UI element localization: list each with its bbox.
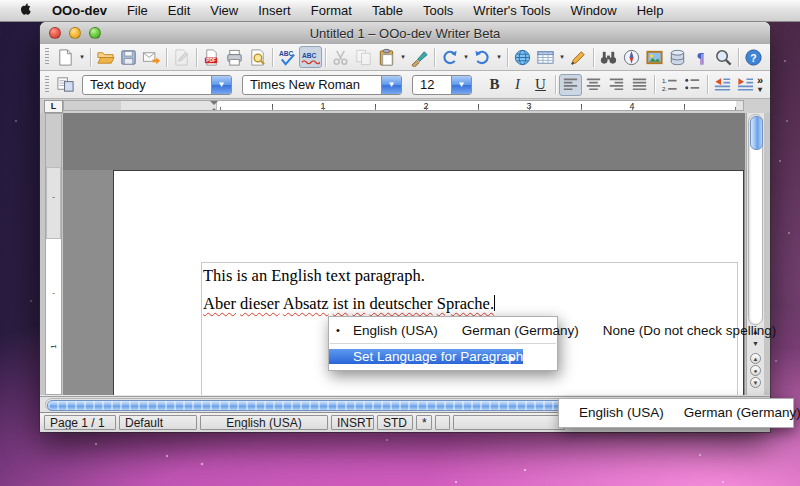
- paste-dropdown-arrow[interactable]: ▾: [398, 46, 408, 68]
- misspelled-word[interactable]: Absatz: [283, 294, 329, 313]
- apple-menu-icon[interactable]: [18, 3, 32, 18]
- underline-button[interactable]: U: [529, 74, 552, 96]
- insert-table-dropdown-arrow[interactable]: ▾: [557, 46, 567, 68]
- data-sources-button[interactable]: [666, 46, 689, 68]
- align-center-button[interactable]: [582, 74, 605, 96]
- hyperlink-button[interactable]: [511, 46, 534, 68]
- menubar-item-file[interactable]: File: [117, 3, 158, 18]
- navigation-button[interactable]: ●: [750, 365, 761, 376]
- undo-dropdown-arrow[interactable]: ▾: [461, 46, 471, 68]
- misspelled-word[interactable]: Aber: [203, 294, 236, 313]
- new-document-button[interactable]: [54, 46, 77, 68]
- toolbar-overflow[interactable]: » ▾: [757, 76, 766, 94]
- navigator-button[interactable]: [620, 46, 643, 68]
- italic-button[interactable]: I: [506, 74, 529, 96]
- mail-document-button[interactable]: [140, 46, 163, 68]
- open-button[interactable]: [94, 46, 117, 68]
- export-pdf-button[interactable]: [200, 46, 223, 68]
- vertical-scroll-track[interactable]: [748, 114, 763, 325]
- menubar-item-table[interactable]: Table: [362, 3, 413, 18]
- page-indicator[interactable]: Page 1 / 1: [44, 415, 116, 430]
- language-indicator[interactable]: English (USA): [200, 415, 328, 430]
- menubar-item-view[interactable]: View: [200, 3, 248, 18]
- page-style-indicator[interactable]: Default: [119, 415, 197, 430]
- status-cell-empty-1[interactable]: [435, 415, 450, 430]
- scroll-down-arrow[interactable]: ▼: [749, 339, 762, 349]
- spellcheck-button[interactable]: [276, 46, 299, 68]
- align-left-button[interactable]: [559, 74, 582, 96]
- print-button[interactable]: [223, 46, 246, 68]
- context-menu-item[interactable]: German (Germany): [438, 323, 579, 338]
- paragraph-style-combo[interactable]: Text body ▼: [82, 75, 232, 95]
- save-button[interactable]: [117, 46, 140, 68]
- font-name-dropdown-arrow[interactable]: ▼: [381, 76, 401, 94]
- formatting-marks-button[interactable]: [689, 46, 712, 68]
- misspelled-word[interactable]: in: [352, 294, 365, 313]
- font-size-dropdown-arrow[interactable]: ▼: [451, 76, 471, 94]
- misspelled-word[interactable]: dieser: [240, 294, 279, 313]
- next-page-button[interactable]: ▼: [750, 377, 761, 388]
- new-document-dropdown-arrow[interactable]: ▾: [77, 46, 87, 68]
- submenu-item[interactable]: German (Germany): [664, 405, 800, 420]
- paragraph-german[interactable]: Aber dieser Absatz ist in deutscher Spra…: [203, 294, 495, 314]
- justify-button[interactable]: [628, 74, 651, 96]
- redo-dropdown-arrow[interactable]: ▾: [494, 46, 504, 68]
- help-button[interactable]: [742, 46, 765, 68]
- submenu-item[interactable]: English (USA): [559, 405, 664, 420]
- format-paintbrush-icon: [410, 48, 429, 67]
- paragraph-english[interactable]: This is an English text paragraph.: [203, 266, 425, 286]
- menubar-item-format[interactable]: Format: [301, 3, 362, 18]
- styles-icon[interactable]: [54, 74, 77, 96]
- context-menu-item[interactable]: More...: [776, 323, 800, 338]
- redo-button[interactable]: [471, 46, 494, 68]
- zoom-button[interactable]: [712, 46, 735, 68]
- gallery-button[interactable]: [643, 46, 666, 68]
- numbered-list-button[interactable]: [658, 74, 681, 96]
- selection-mode-indicator[interactable]: STD: [377, 415, 413, 430]
- menubar-item-edit[interactable]: Edit: [158, 3, 200, 18]
- insert-mode-indicator[interactable]: INSRT: [331, 415, 374, 430]
- toolbar-grip-2[interactable]: [45, 76, 49, 94]
- paste-button[interactable]: [375, 46, 398, 68]
- vertical-ruler[interactable]: - - 1: [45, 113, 62, 395]
- menubar-item-insert[interactable]: Insert: [248, 3, 301, 18]
- horizontal-ruler[interactable]: 1234: [63, 100, 744, 111]
- misspelled-word[interactable]: Sprache.: [437, 294, 494, 313]
- format-paintbrush-button[interactable]: [408, 46, 431, 68]
- modified-indicator[interactable]: *: [416, 415, 432, 430]
- bullet-list-button[interactable]: [681, 74, 704, 96]
- set-language-for-paragraph-item[interactable]: Set Language for Paragraph▶: [329, 349, 523, 364]
- status-cell-empty-2[interactable]: [453, 415, 565, 430]
- misspelled-word[interactable]: deutscher: [369, 294, 432, 313]
- menubar-app-name[interactable]: OOo-dev: [42, 3, 117, 18]
- decrease-indent-button[interactable]: [711, 74, 734, 96]
- bold-button[interactable]: B: [483, 74, 506, 96]
- font-name-value: Times New Roman: [243, 77, 381, 92]
- undo-button[interactable]: [438, 46, 461, 68]
- paragraph-style-dropdown-arrow[interactable]: ▼: [211, 76, 231, 94]
- vertical-scroll-thumb[interactable]: [750, 116, 763, 150]
- menubar-item-writer-s-tools[interactable]: Writer's Tools: [463, 3, 560, 18]
- context-menu-item[interactable]: None (Do not check spelling): [579, 323, 776, 338]
- menubar-item-tools[interactable]: Tools: [413, 3, 463, 18]
- increase-indent-button[interactable]: [734, 74, 757, 96]
- font-size-combo[interactable]: 12 ▼: [412, 75, 472, 95]
- menubar-items: FileEditViewInsertFormatTableToolsWriter…: [117, 3, 674, 18]
- previous-page-button[interactable]: ▲: [750, 353, 761, 364]
- insert-table-button[interactable]: [534, 46, 557, 68]
- align-right-button[interactable]: [605, 74, 628, 96]
- page-preview-button[interactable]: [246, 46, 269, 68]
- auto-spellcheck-button[interactable]: [299, 46, 322, 68]
- tab-stop-selector[interactable]: L: [44, 100, 63, 113]
- misspelled-word[interactable]: ist: [333, 294, 349, 313]
- draw-functions-button[interactable]: [567, 46, 590, 68]
- font-name-combo[interactable]: Times New Roman ▼: [242, 75, 402, 95]
- context-menu-item[interactable]: English (USA)•: [329, 323, 438, 338]
- menubar-item-window[interactable]: Window: [560, 3, 626, 18]
- find-replace-button[interactable]: [597, 46, 620, 68]
- left-indent-marker[interactable]: [210, 104, 218, 111]
- toolbar-grip[interactable]: [45, 48, 49, 66]
- menubar-item-help[interactable]: Help: [627, 3, 674, 18]
- standard-toolbar-options-arrow[interactable]: ▾: [769, 46, 779, 68]
- titlebar[interactable]: Untitled 1 – OOo-dev Writer Beta: [40, 22, 770, 45]
